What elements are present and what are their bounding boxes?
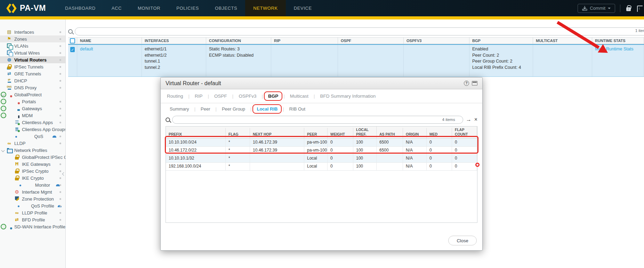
item-menu-dot[interactable]	[59, 143, 61, 144]
sidebar-collapse-handle[interactable]	[63, 172, 65, 177]
item-menu-dot[interactable]	[59, 122, 61, 123]
tab-bgp[interactable]: BGP	[257, 93, 279, 99]
item-menu-dot[interactable]	[59, 108, 61, 109]
prefix-link[interactable]: 10.10.10.1/32	[166, 155, 226, 163]
sidebar-item-qos-profile[interactable]: QoS Profile	[0, 202, 65, 209]
column-header[interactable]: PEER	[304, 128, 328, 138]
chevron-down-icon[interactable]	[2, 94, 4, 96]
column-header[interactable]: WEIGHT	[328, 128, 353, 138]
item-menu-dot[interactable]	[59, 212, 61, 214]
column-header[interactable]: RIP	[271, 38, 338, 44]
subtab-local-rib[interactable]: Local RIB	[246, 106, 278, 112]
column-header[interactable]: RUNTIME STATS	[592, 38, 644, 44]
item-menu-dot[interactable]	[59, 80, 61, 82]
apply-filter-icon[interactable]: →	[466, 116, 472, 123]
sidebar-item-dhcp[interactable]: DHCP	[0, 77, 65, 84]
table-row-default[interactable]: default ethernet1/1 ethernet1/2 tunnel.1…	[68, 44, 644, 77]
item-menu-dot[interactable]	[59, 87, 61, 89]
table-row[interactable]: 192.168.100.0/24 * Local 0 100 N/A 0 0	[166, 163, 477, 171]
column-header[interactable]: OSPF	[338, 38, 404, 44]
item-menu-dot[interactable]	[59, 205, 61, 207]
nav-tab-dashboard[interactable]: DASHBOARD	[57, 0, 104, 16]
rib-search-input[interactable]: 4 items	[172, 116, 463, 124]
sidebar-item-lldp[interactable]: LLDP	[0, 140, 65, 147]
prefix-link[interactable]: 10.46.172.0/22	[166, 147, 226, 155]
nav-tab-monitor[interactable]: MONITOR	[130, 0, 168, 16]
table-row[interactable]: 10.46.172.0/22 * 10.46.172.39 pa-vm-100 …	[166, 147, 477, 155]
item-menu-dot[interactable]	[59, 198, 61, 200]
item-menu-dot[interactable]	[59, 129, 61, 130]
sidebar-item-interfaces[interactable]: Interfaces	[0, 29, 65, 35]
more-runtime-stats-link[interactable]: More Runtime Stats	[595, 47, 633, 51]
sidebar-item-dns-proxy[interactable]: DNS Proxy	[0, 84, 65, 91]
sidebar-item-mdm[interactable]: MDM	[0, 112, 65, 119]
close-button[interactable]: Close	[448, 236, 477, 245]
select-all-checkbox[interactable]	[70, 38, 75, 43]
column-header[interactable]: INTERFACES	[142, 38, 206, 44]
sidebar-item-gateways[interactable]: Gateways	[0, 105, 65, 112]
item-menu-dot[interactable]	[59, 184, 61, 186]
commit-button[interactable]: Commit	[578, 4, 615, 13]
nav-tab-policies[interactable]: POLICIES	[168, 0, 207, 16]
column-header[interactable]: ORIGIN	[403, 128, 427, 138]
item-menu-dot[interactable]	[59, 38, 61, 40]
column-header[interactable]: MULTICAST	[533, 38, 592, 44]
sidebar-item-virtual-wires[interactable]: Virtual Wires	[0, 49, 65, 56]
item-menu-dot[interactable]	[59, 170, 61, 172]
tasks-icon[interactable]	[636, 5, 643, 12]
clear-filter-icon[interactable]: ×	[474, 116, 477, 123]
tab-multicast[interactable]: Multicast	[279, 93, 309, 99]
nav-tab-device[interactable]: DEVICE	[286, 0, 320, 16]
sidebar-item-ipsec-crypto[interactable]: IPSec Crypto	[0, 168, 65, 174]
item-menu-dot[interactable]	[59, 163, 61, 165]
prefix-link[interactable]: 10.10.100.0/24	[166, 139, 226, 147]
item-menu-dot[interactable]	[59, 136, 61, 137]
column-header[interactable]: LOCAL PREF.	[353, 127, 377, 138]
sidebar-item-zones[interactable]: Zones	[0, 35, 65, 42]
app-logo[interactable]: PA-VM	[0, 0, 52, 16]
prefix-link[interactable]: 192.168.100.0/24	[166, 163, 226, 171]
sidebar-item-virtual-routers[interactable]: Virtual Routers	[0, 56, 65, 63]
item-menu-dot[interactable]	[59, 66, 61, 68]
sidebar-item-ike-gateways[interactable]: IKE Gateways	[0, 161, 65, 168]
column-header[interactable]: FLAG	[226, 128, 250, 138]
item-menu-dot[interactable]	[59, 59, 61, 61]
sidebar-item-zone-protection[interactable]: Zone Protection	[0, 195, 65, 202]
sidebar-item-clientless-app-groups[interactable]: Clientless App Groups	[0, 126, 65, 133]
table-row[interactable]: 10.10.100.0/24 * 10.46.172.39 pa-vm-100 …	[166, 139, 477, 147]
sidebar-item-bfd-profile[interactable]: BFD Profile	[0, 216, 65, 223]
chevron-down-icon[interactable]	[2, 149, 4, 152]
tab-ospf[interactable]: OSPF	[203, 93, 228, 99]
row-checkbox[interactable]	[70, 47, 75, 52]
sidebar-item-vlans[interactable]: VLANs	[0, 42, 65, 49]
column-header[interactable]: BGP	[469, 38, 533, 44]
sidebar-item-portals[interactable]: Portals	[0, 98, 65, 105]
tab-bfd-summary-information[interactable]: BFD Summary Information	[309, 93, 376, 99]
tab-ospfv3[interactable]: OSPFv3	[228, 93, 257, 99]
item-menu-dot[interactable]	[59, 73, 61, 75]
column-header[interactable]: MED	[427, 128, 452, 138]
sidebar-item-interface-mgmt[interactable]: Interface Mgmt	[0, 188, 65, 195]
tab-routing[interactable]: Routing	[166, 93, 184, 99]
sidebar-item-globalprotect[interactable]: GlobalProtect	[0, 91, 65, 98]
column-header[interactable]: CONFIGURATION	[206, 38, 271, 44]
item-menu-dot[interactable]	[59, 219, 61, 221]
sidebar-item-lldp-profile[interactable]: LLDP Profile	[0, 209, 65, 216]
column-header[interactable]: OSPFV3	[404, 38, 469, 44]
item-menu-dot[interactable]	[59, 52, 61, 54]
maximize-icon[interactable]	[472, 81, 477, 86]
sidebar-item-qos[interactable]: QoS	[0, 133, 65, 140]
unlock-icon[interactable]	[625, 5, 631, 12]
table-row[interactable]: 10.10.10.1/32 * Local 0 100 N/A 0 0	[166, 155, 477, 163]
sidebar-item-network-profiles[interactable]: Network Profiles	[0, 147, 65, 154]
help-icon[interactable]: ?	[464, 81, 469, 86]
sidebar-item-globalprotect-ipsec-crypto[interactable]: GlobalProtect IPSec Crypto	[0, 154, 65, 161]
subtab-summary[interactable]: Summary	[169, 106, 190, 112]
item-menu-dot[interactable]	[59, 156, 61, 158]
sidebar-item-ike-crypto[interactable]: IKE Crypto	[0, 174, 65, 181]
item-menu-dot[interactable]	[59, 45, 61, 47]
column-header[interactable]: PREFIX	[166, 128, 226, 138]
sidebar-item-ipsec-tunnels[interactable]: IPSec Tunnels	[0, 63, 65, 70]
vr-search-input[interactable]	[75, 27, 644, 35]
item-menu-dot[interactable]	[59, 191, 61, 193]
